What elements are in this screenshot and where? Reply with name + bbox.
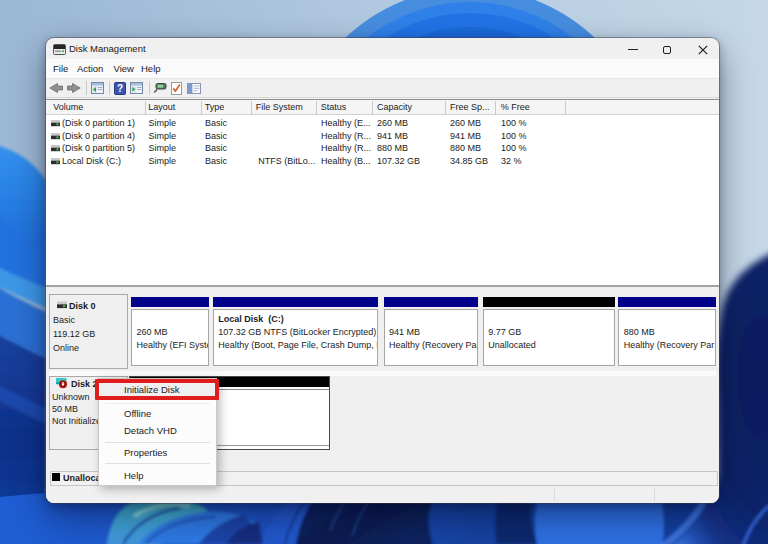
svg-text:?: ? — [117, 83, 123, 94]
